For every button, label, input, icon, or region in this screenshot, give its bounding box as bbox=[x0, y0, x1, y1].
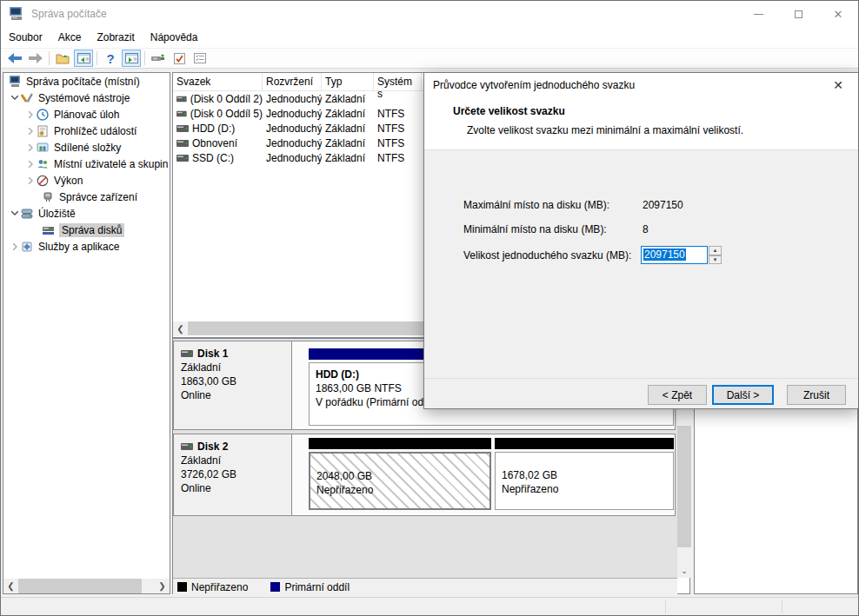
volume-size-spinner: ▲ ▼ bbox=[709, 246, 722, 264]
performance-icon bbox=[37, 175, 50, 187]
tree-item-performance[interactable]: Výkon bbox=[3, 172, 170, 189]
tree-label: Správa počítače (místní) bbox=[26, 76, 140, 88]
show-action-pane-button[interactable] bbox=[122, 50, 141, 67]
tree-item-device-manager[interactable]: Správce zařízení bbox=[3, 189, 170, 205]
max-size-value: 2097150 bbox=[643, 199, 683, 211]
check-report-button[interactable] bbox=[170, 50, 189, 67]
forward-button[interactable] bbox=[26, 50, 45, 67]
volume-icon bbox=[176, 96, 187, 103]
task-list-button[interactable] bbox=[190, 50, 210, 67]
forward-icon bbox=[29, 53, 43, 63]
column-header-system[interactable]: Systém s bbox=[374, 73, 422, 90]
scroll-right-icon[interactable]: ❯ bbox=[155, 579, 170, 593]
menu-soubor[interactable]: Soubor bbox=[1, 28, 50, 47]
volume-icon bbox=[176, 155, 189, 162]
tree-label: Prohlížeč událostí bbox=[54, 125, 137, 137]
app-icon bbox=[9, 7, 24, 21]
unallocated-box-selected[interactable]: 2048,00 GB Nepřiřazeno bbox=[309, 452, 491, 510]
minimize-button[interactable] bbox=[738, 1, 778, 27]
max-size-label: Maximální místo na disku (MB): bbox=[463, 199, 609, 211]
cancel-wizard-button[interactable]: Zrušit bbox=[787, 385, 846, 405]
storage-icon bbox=[21, 208, 34, 220]
window-title: Správa počítače bbox=[31, 8, 107, 20]
menu-zobrazit[interactable]: Zobrazit bbox=[89, 28, 142, 47]
status-bar bbox=[1, 597, 858, 616]
scrollbar-thumb[interactable] bbox=[18, 579, 142, 593]
console-tree-panel: Správa počítače (místní) Systémové nástr… bbox=[3, 72, 170, 594]
chevron-down-icon[interactable] bbox=[9, 208, 21, 220]
back-wizard-button[interactable]: < Zpět bbox=[648, 385, 707, 405]
legend-primary-swatch bbox=[270, 582, 280, 592]
remote-device-button[interactable] bbox=[149, 50, 168, 67]
console-tree-icon bbox=[77, 53, 90, 63]
disk2-label-cell[interactable]: Disk 2 Základní 3726,02 GB Online bbox=[174, 434, 292, 515]
min-size-value: 8 bbox=[643, 223, 649, 235]
scroll-down-icon[interactable]: ⌄ bbox=[677, 563, 691, 578]
column-header-rozvrzeni[interactable]: Rozvržení bbox=[263, 73, 322, 90]
spinner-up-button[interactable]: ▲ bbox=[709, 246, 722, 255]
spinner-down-button[interactable]: ▼ bbox=[709, 255, 722, 265]
volume-size-input[interactable]: 2097150 bbox=[641, 246, 708, 264]
chevron-right-icon[interactable] bbox=[24, 125, 37, 137]
legend-unallocated-label: Nepřiřazeno bbox=[191, 581, 248, 593]
unallocated-bar bbox=[309, 438, 491, 449]
chevron-down-icon[interactable] bbox=[9, 92, 21, 104]
disk-icon bbox=[181, 350, 193, 357]
tree-item-storage[interactable]: Úložiště bbox=[3, 205, 170, 222]
unallocated-box[interactable]: 1678,02 GB Nepřiřazeno bbox=[495, 452, 674, 510]
tree-item-disk-management[interactable]: Správa disků bbox=[3, 222, 170, 238]
chevron-right-icon[interactable] bbox=[24, 158, 37, 170]
tree-item-system-tools[interactable]: Systémové nástroje bbox=[3, 89, 170, 106]
help-button[interactable]: ? bbox=[101, 50, 120, 67]
back-icon bbox=[8, 53, 22, 63]
up-level-button[interactable] bbox=[53, 50, 72, 67]
toolbar-separator bbox=[144, 51, 145, 65]
chevron-right-icon[interactable] bbox=[24, 142, 37, 154]
column-header-svazek[interactable]: Svazek bbox=[173, 73, 263, 90]
tree-horizontal-scrollbar[interactable]: ❮ ❯ bbox=[3, 579, 170, 593]
back-button[interactable] bbox=[5, 50, 24, 67]
dialog-title-bar: Průvodce vytvořením jednoduchého svazku … bbox=[424, 73, 859, 97]
disk-icon bbox=[181, 443, 193, 450]
disk2-kind: Základní bbox=[181, 454, 291, 467]
menu-napoveda[interactable]: Nápověda bbox=[143, 28, 206, 47]
dialog-close-button[interactable]: ✕ bbox=[821, 73, 856, 97]
scroll-left-icon[interactable]: ❮ bbox=[3, 579, 18, 593]
tree-label: Výkon bbox=[54, 175, 83, 187]
chevron-right-icon[interactable] bbox=[9, 241, 21, 253]
show-console-tree-button[interactable] bbox=[74, 50, 93, 67]
disk2-unallocated-region-1[interactable]: 2048,00 GB Nepřiřazeno bbox=[309, 438, 491, 513]
disk1-label-cell[interactable]: Disk 1 Základní 1863,00 GB Online bbox=[174, 341, 292, 429]
dialog-title: Průvodce vytvořením jednoduchého svazku bbox=[433, 79, 635, 91]
up-level-icon bbox=[56, 53, 70, 64]
legend-primary-label: Primární oddíl bbox=[284, 581, 350, 593]
tree-label: Služby a aplikace bbox=[38, 241, 119, 253]
tree-item-services-applications[interactable]: Služby a aplikace bbox=[3, 238, 170, 255]
legend-bar: Nepřiřazeno Primární oddíl bbox=[173, 578, 677, 595]
tools-icon bbox=[21, 92, 34, 104]
maximize-button[interactable] bbox=[778, 1, 818, 27]
min-size-label: Minimální místo na disku (MB): bbox=[463, 223, 607, 235]
scroll-left-icon[interactable]: ❮ bbox=[173, 321, 188, 336]
next-wizard-button[interactable]: Další > bbox=[712, 385, 774, 405]
tree-item-event-viewer[interactable]: Prohlížeč událostí bbox=[3, 123, 170, 139]
chevron-right-icon[interactable] bbox=[24, 175, 37, 187]
task-list-icon bbox=[194, 53, 206, 63]
computer-management-window: Správa počítače ✕ Soubor Akce Zobrazit N… bbox=[0, 0, 859, 616]
tree-item-computer-management[interactable]: Správa počítače (místní) bbox=[3, 73, 170, 89]
tree-item-task-scheduler[interactable]: Plánovač úloh bbox=[3, 106, 170, 123]
disk2-unallocated-region-2[interactable]: 1678,02 GB Nepřiřazeno bbox=[495, 438, 674, 513]
tree-label: Plánovač úloh bbox=[54, 109, 119, 121]
tree-item-local-users-groups[interactable]: Místní uživatelé a skupin bbox=[3, 156, 170, 172]
scrollbar-thumb[interactable] bbox=[677, 426, 691, 547]
toolbar-separator bbox=[49, 51, 50, 65]
tree-label: Systémové nástroje bbox=[38, 92, 130, 104]
menu-akce[interactable]: Akce bbox=[50, 28, 90, 47]
action-pane-icon bbox=[125, 53, 138, 63]
close-button[interactable]: ✕ bbox=[818, 1, 858, 27]
tree-label: Správa disků bbox=[59, 223, 124, 237]
disk1-kind: Základní bbox=[181, 361, 291, 374]
column-header-typ[interactable]: Typ bbox=[322, 73, 374, 90]
tree-item-shared-folders[interactable]: Sdílené složky bbox=[3, 139, 170, 156]
chevron-right-icon[interactable] bbox=[24, 109, 37, 121]
